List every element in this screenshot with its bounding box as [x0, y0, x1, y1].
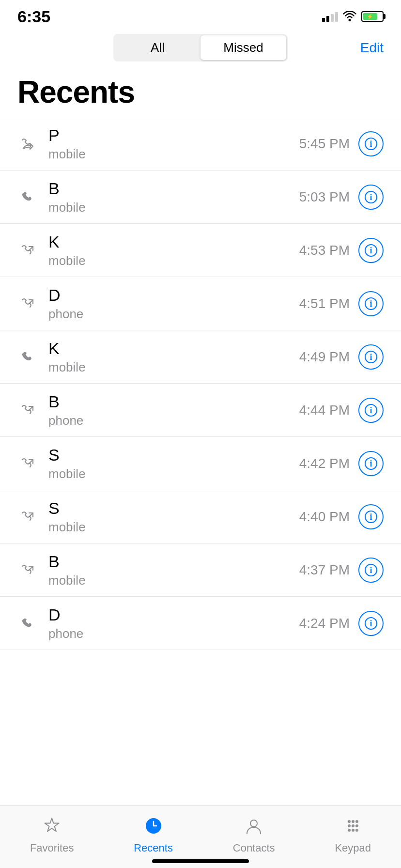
- contact-name: S: [48, 445, 299, 465]
- svg-point-0: [349, 19, 351, 21]
- table-row: P mobile 5:45 PM i: [0, 117, 401, 170]
- outgoing-call-icon: [17, 403, 39, 418]
- keypad-icon: [340, 813, 366, 839]
- call-right: 5:45 PM i: [299, 131, 384, 156]
- header: All Missed Edit: [0, 29, 401, 69]
- info-button[interactable]: i: [358, 291, 384, 316]
- home-indicator: [152, 859, 249, 863]
- call-type: phone: [48, 307, 299, 322]
- svg-text:i: i: [370, 619, 372, 628]
- wifi-icon: [343, 11, 356, 22]
- table-row: B mobile 5:03 PM i: [0, 170, 401, 224]
- call-right: 4:24 PM i: [299, 611, 384, 636]
- call-list: P mobile 5:45 PM i B: [0, 117, 401, 650]
- status-icons: ⚡: [322, 11, 384, 22]
- svg-text:i: i: [370, 246, 372, 255]
- segment-control: All Missed: [113, 34, 288, 62]
- call-type: mobile: [48, 360, 299, 375]
- svg-text:i: i: [370, 352, 372, 362]
- call-type: mobile: [48, 573, 299, 588]
- table-row: B phone 4:44 PM i: [0, 384, 401, 437]
- outgoing-call-icon: [17, 456, 39, 471]
- tab-recents-label: Recents: [134, 842, 173, 854]
- segment-missed[interactable]: Missed: [200, 35, 286, 60]
- page-title: Recents: [0, 69, 401, 117]
- tab-keypad[interactable]: Keypad: [335, 813, 371, 854]
- call-right: 4:49 PM i: [299, 344, 384, 370]
- contact-name: D: [48, 605, 299, 625]
- contact-name: B: [48, 552, 299, 572]
- svg-text:i: i: [370, 139, 372, 149]
- svg-point-31: [355, 829, 358, 832]
- call-right: 4:44 PM i: [299, 398, 384, 423]
- call-info: K mobile: [48, 331, 299, 383]
- call-info: S mobile: [48, 491, 299, 543]
- svg-point-28: [355, 824, 358, 827]
- call-type: mobile: [48, 147, 299, 162]
- tab-bar: Favorites Recents Contacts: [0, 805, 401, 868]
- call-info: B mobile: [48, 544, 299, 596]
- info-button[interactable]: i: [358, 238, 384, 263]
- call-type: mobile: [48, 520, 299, 535]
- contact-name: B: [48, 392, 299, 412]
- call-info: D phone: [48, 597, 299, 650]
- table-row: K mobile 4:49 PM i: [0, 330, 401, 384]
- battery-icon: ⚡: [361, 11, 384, 22]
- phone-icon: [17, 616, 39, 631]
- contact-name: B: [48, 179, 299, 199]
- tab-contacts[interactable]: Contacts: [233, 813, 275, 854]
- contacts-icon: [241, 813, 267, 839]
- call-time: 4:24 PM: [299, 616, 350, 631]
- svg-text:i: i: [370, 192, 372, 202]
- call-type: mobile: [48, 253, 299, 268]
- call-info: K mobile: [48, 224, 299, 277]
- call-time: 5:03 PM: [299, 189, 350, 205]
- edit-button[interactable]: Edit: [360, 40, 384, 56]
- table-row: B mobile 4:37 PM i: [0, 543, 401, 597]
- call-time: 4:53 PM: [299, 243, 350, 258]
- call-time: 4:40 PM: [299, 509, 350, 525]
- info-button[interactable]: i: [358, 398, 384, 423]
- call-info: D phone: [48, 278, 299, 330]
- status-bar: 6:35 ⚡: [0, 0, 401, 29]
- call-time: 5:45 PM: [299, 136, 350, 152]
- contact-name: S: [48, 498, 299, 518]
- call-type: phone: [48, 626, 299, 641]
- call-right: 4:42 PM i: [299, 451, 384, 476]
- info-button[interactable]: i: [358, 344, 384, 370]
- call-right: 4:37 PM i: [299, 558, 384, 583]
- info-button[interactable]: i: [358, 451, 384, 476]
- table-row: S mobile 4:42 PM i: [0, 437, 401, 490]
- tab-contacts-label: Contacts: [233, 842, 275, 854]
- tab-favorites[interactable]: Favorites: [30, 813, 74, 854]
- info-button[interactable]: i: [358, 504, 384, 529]
- info-button[interactable]: i: [358, 558, 384, 583]
- info-button[interactable]: i: [358, 131, 384, 156]
- table-row: D phone 4:24 PM i: [0, 597, 401, 650]
- outgoing-call-icon: [17, 509, 39, 525]
- svg-point-25: [355, 820, 358, 823]
- call-time: 4:51 PM: [299, 296, 350, 311]
- call-info: P mobile: [48, 118, 299, 170]
- svg-text:i: i: [370, 405, 372, 415]
- contact-name: P: [48, 125, 299, 145]
- info-button[interactable]: i: [358, 611, 384, 636]
- tab-keypad-label: Keypad: [335, 842, 371, 854]
- tab-favorites-label: Favorites: [30, 842, 74, 854]
- signal-icon: [322, 11, 338, 22]
- outgoing-call-icon: [17, 562, 39, 578]
- svg-point-27: [352, 824, 355, 827]
- call-time: 4:44 PM: [299, 403, 350, 418]
- favorites-icon: [39, 813, 65, 839]
- svg-point-29: [348, 829, 351, 832]
- svg-point-23: [348, 820, 351, 823]
- call-type: phone: [48, 413, 299, 428]
- info-button[interactable]: i: [358, 185, 384, 210]
- tab-recents[interactable]: Recents: [134, 813, 173, 854]
- svg-text:i: i: [370, 565, 372, 575]
- status-time: 6:35: [17, 7, 50, 26]
- call-type: mobile: [48, 200, 299, 215]
- segment-all[interactable]: All: [115, 35, 200, 60]
- svg-point-22: [250, 820, 257, 827]
- contact-name: D: [48, 285, 299, 305]
